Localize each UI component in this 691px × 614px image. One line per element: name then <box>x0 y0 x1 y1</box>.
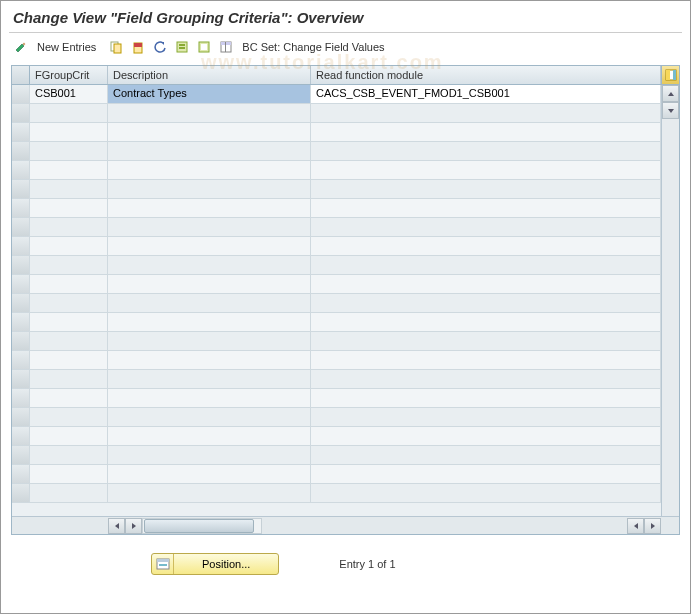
undo-icon[interactable] <box>152 39 168 55</box>
scroll-right-icon[interactable] <box>125 518 142 534</box>
table-row[interactable] <box>12 199 661 218</box>
table-row[interactable] <box>12 408 661 427</box>
svg-rect-12 <box>225 42 226 52</box>
table-row[interactable] <box>12 294 661 313</box>
svg-rect-9 <box>201 44 207 50</box>
delete-icon[interactable] <box>130 39 146 55</box>
position-icon <box>152 554 174 574</box>
table-row[interactable] <box>12 180 661 199</box>
bc-set-link[interactable]: BC Set: Change Field Values <box>242 41 384 53</box>
table-row[interactable] <box>12 313 661 332</box>
svg-rect-17 <box>157 559 169 562</box>
table-row[interactable] <box>12 389 661 408</box>
cell-description[interactable]: Contract Types <box>108 85 311 103</box>
table-row[interactable] <box>12 256 661 275</box>
scroll-up-icon[interactable] <box>662 85 679 102</box>
row-selector[interactable] <box>12 85 30 103</box>
table-row[interactable] <box>12 275 661 294</box>
column-config-icon[interactable] <box>661 66 679 84</box>
grid-body: CSB001 Contract Types CACS_CSB_EVENT_FMO… <box>12 85 679 516</box>
scroll-down-icon[interactable] <box>662 102 679 119</box>
toolbar: New Entries BC Set: Change Field Values <box>1 33 690 61</box>
scroll-right-icon[interactable] <box>644 518 661 534</box>
page-title: Change View "Field Grouping Criteria": O… <box>1 1 690 30</box>
scroll-track[interactable] <box>662 119 679 516</box>
horizontal-scrollbar <box>12 516 679 534</box>
position-label: Position... <box>174 558 278 570</box>
position-button[interactable]: Position... <box>151 553 279 575</box>
svg-rect-4 <box>134 43 142 47</box>
table-row[interactable] <box>12 465 661 484</box>
data-grid: FGroupCrit Description Read function mod… <box>11 65 680 535</box>
table-row[interactable] <box>12 351 661 370</box>
entry-count: Entry 1 of 1 <box>339 558 395 570</box>
svg-rect-18 <box>159 564 167 566</box>
deselect-all-icon[interactable] <box>196 39 212 55</box>
table-row[interactable] <box>12 427 661 446</box>
table-config-icon[interactable] <box>218 39 234 55</box>
table-row[interactable] <box>12 237 661 256</box>
svg-rect-2 <box>114 44 121 53</box>
h-scroll-track[interactable] <box>142 518 262 534</box>
cell-fgroupcrit[interactable]: CSB001 <box>30 85 108 103</box>
table-row[interactable] <box>12 332 661 351</box>
table-row[interactable] <box>12 446 661 465</box>
select-all-icon[interactable] <box>174 39 190 55</box>
scroll-left-icon[interactable] <box>108 518 125 534</box>
table-row[interactable] <box>12 123 661 142</box>
vertical-scrollbar[interactable] <box>661 85 679 516</box>
toggle-change-icon[interactable] <box>13 39 29 55</box>
new-entries-button[interactable]: New Entries <box>37 41 96 53</box>
col-header-description[interactable]: Description <box>108 66 311 84</box>
h-scroll-thumb[interactable] <box>144 519 254 533</box>
copy-icon[interactable] <box>108 39 124 55</box>
footer: Position... Entry 1 of 1 <box>1 539 690 575</box>
table-row[interactable] <box>12 142 661 161</box>
rows-area: CSB001 Contract Types CACS_CSB_EVENT_FMO… <box>12 85 661 516</box>
table-row[interactable] <box>12 484 661 503</box>
select-all-header[interactable] <box>12 66 30 84</box>
table-row[interactable]: CSB001 Contract Types CACS_CSB_EVENT_FMO… <box>12 85 661 104</box>
scroll-left-icon[interactable] <box>627 518 644 534</box>
col-header-read-fm[interactable]: Read function module <box>311 66 661 84</box>
col-header-fgroupcrit[interactable]: FGroupCrit <box>30 66 108 84</box>
table-row[interactable] <box>12 161 661 180</box>
table-row[interactable] <box>12 104 661 123</box>
cell-read-fm[interactable]: CACS_CSB_EVENT_FMOD1_CSB001 <box>311 85 661 103</box>
grid-header: FGroupCrit Description Read function mod… <box>12 66 679 85</box>
table-row[interactable] <box>12 370 661 389</box>
svg-rect-7 <box>179 47 185 49</box>
svg-rect-14 <box>666 70 670 80</box>
table-row[interactable] <box>12 218 661 237</box>
svg-rect-15 <box>673 70 676 80</box>
svg-rect-6 <box>179 44 185 46</box>
